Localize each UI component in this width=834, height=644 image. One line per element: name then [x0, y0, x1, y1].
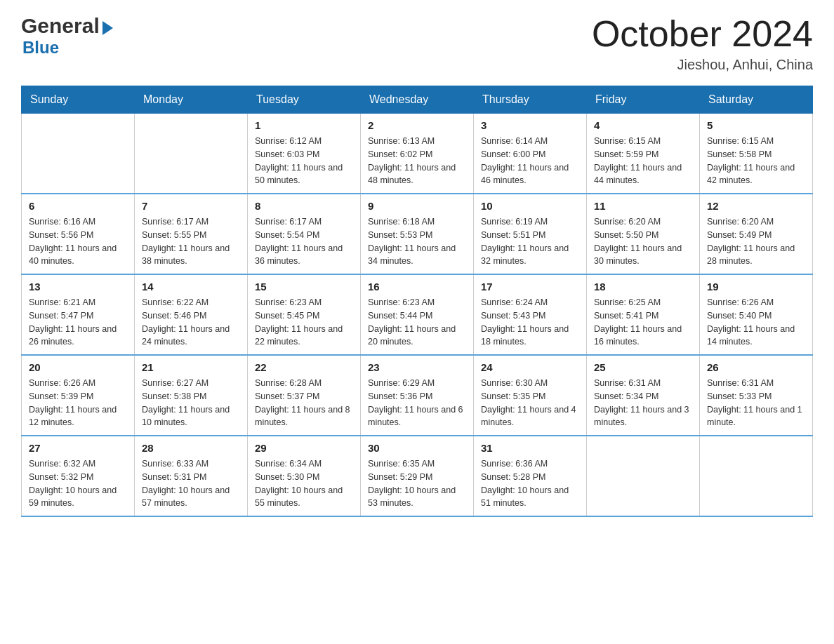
day-number: 7	[142, 200, 240, 212]
day-detail: Sunrise: 6:31 AMSunset: 5:33 PMDaylight:…	[707, 377, 805, 429]
day-of-week-header: Tuesday	[248, 86, 361, 114]
calendar-day-cell: 24Sunrise: 6:30 AMSunset: 5:35 PMDayligh…	[474, 355, 587, 436]
logo-arrow-icon	[102, 21, 113, 35]
calendar-week-row: 27Sunrise: 6:32 AMSunset: 5:32 PMDayligh…	[22, 436, 813, 516]
calendar-day-cell: 18Sunrise: 6:25 AMSunset: 5:41 PMDayligh…	[587, 274, 700, 355]
day-detail: Sunrise: 6:20 AMSunset: 5:49 PMDaylight:…	[707, 215, 805, 268]
day-detail: Sunrise: 6:16 AMSunset: 5:56 PMDaylight:…	[29, 215, 127, 268]
calendar-day-cell: 15Sunrise: 6:23 AMSunset: 5:45 PMDayligh…	[248, 274, 361, 355]
calendar-day-cell: 8Sunrise: 6:17 AMSunset: 5:54 PMDaylight…	[248, 194, 361, 274]
calendar-day-cell: 4Sunrise: 6:15 AMSunset: 5:59 PMDaylight…	[587, 114, 700, 194]
day-detail: Sunrise: 6:18 AMSunset: 5:53 PMDaylight:…	[368, 215, 466, 268]
day-of-week-header: Wednesday	[361, 86, 474, 114]
page-header: General Blue October 2024 Jieshou, Anhui…	[21, 14, 813, 73]
day-number: 3	[481, 119, 579, 131]
day-number: 13	[29, 281, 127, 293]
day-detail: Sunrise: 6:26 AMSunset: 5:39 PMDaylight:…	[29, 377, 127, 429]
location: Jieshou, Anhui, China	[592, 57, 813, 73]
calendar-table: SundayMondayTuesdayWednesdayThursdayFrid…	[21, 86, 813, 517]
day-number: 11	[594, 200, 692, 212]
day-number: 5	[707, 119, 805, 131]
day-detail: Sunrise: 6:22 AMSunset: 5:46 PMDaylight:…	[142, 296, 240, 349]
day-number: 21	[142, 361, 240, 373]
day-number: 2	[368, 119, 466, 131]
day-number: 8	[255, 200, 353, 212]
day-detail: Sunrise: 6:33 AMSunset: 5:31 PMDaylight:…	[142, 457, 240, 510]
day-detail: Sunrise: 6:23 AMSunset: 5:44 PMDaylight:…	[368, 296, 466, 349]
calendar-day-cell: 19Sunrise: 6:26 AMSunset: 5:40 PMDayligh…	[700, 274, 813, 355]
day-detail: Sunrise: 6:20 AMSunset: 5:50 PMDaylight:…	[594, 215, 692, 268]
day-number: 25	[594, 361, 692, 373]
day-detail: Sunrise: 6:36 AMSunset: 5:28 PMDaylight:…	[481, 457, 579, 510]
day-number: 9	[368, 200, 466, 212]
calendar-day-cell: 17Sunrise: 6:24 AMSunset: 5:43 PMDayligh…	[474, 274, 587, 355]
calendar-day-cell: 22Sunrise: 6:28 AMSunset: 5:37 PMDayligh…	[248, 355, 361, 436]
calendar-day-cell: 3Sunrise: 6:14 AMSunset: 6:00 PMDaylight…	[474, 114, 587, 194]
day-detail: Sunrise: 6:28 AMSunset: 5:37 PMDaylight:…	[255, 377, 353, 429]
calendar-day-cell: 23Sunrise: 6:29 AMSunset: 5:36 PMDayligh…	[361, 355, 474, 436]
day-number: 24	[481, 361, 579, 373]
calendar-day-cell: 13Sunrise: 6:21 AMSunset: 5:47 PMDayligh…	[22, 274, 135, 355]
day-detail: Sunrise: 6:15 AMSunset: 5:58 PMDaylight:…	[707, 135, 805, 187]
calendar-day-cell: 7Sunrise: 6:17 AMSunset: 5:55 PMDaylight…	[135, 194, 248, 274]
calendar-day-cell	[22, 114, 135, 194]
day-detail: Sunrise: 6:27 AMSunset: 5:38 PMDaylight:…	[142, 377, 240, 429]
calendar-day-cell: 28Sunrise: 6:33 AMSunset: 5:31 PMDayligh…	[135, 436, 248, 516]
title-block: October 2024 Jieshou, Anhui, China	[592, 14, 813, 73]
calendar-day-cell: 2Sunrise: 6:13 AMSunset: 6:02 PMDaylight…	[361, 114, 474, 194]
calendar-day-cell: 25Sunrise: 6:31 AMSunset: 5:34 PMDayligh…	[587, 355, 700, 436]
day-number: 27	[29, 442, 127, 454]
calendar-week-row: 6Sunrise: 6:16 AMSunset: 5:56 PMDaylight…	[22, 194, 813, 274]
day-number: 1	[255, 119, 353, 131]
calendar-day-cell: 1Sunrise: 6:12 AMSunset: 6:03 PMDaylight…	[248, 114, 361, 194]
day-detail: Sunrise: 6:19 AMSunset: 5:51 PMDaylight:…	[481, 215, 579, 268]
calendar-day-cell: 27Sunrise: 6:32 AMSunset: 5:32 PMDayligh…	[22, 436, 135, 516]
day-number: 26	[707, 361, 805, 373]
day-detail: Sunrise: 6:31 AMSunset: 5:34 PMDaylight:…	[594, 377, 692, 429]
day-number: 30	[368, 442, 466, 454]
calendar-week-row: 13Sunrise: 6:21 AMSunset: 5:47 PMDayligh…	[22, 274, 813, 355]
day-number: 29	[255, 442, 353, 454]
calendar-day-cell: 29Sunrise: 6:34 AMSunset: 5:30 PMDayligh…	[248, 436, 361, 516]
calendar-day-cell: 21Sunrise: 6:27 AMSunset: 5:38 PMDayligh…	[135, 355, 248, 436]
calendar-day-cell: 20Sunrise: 6:26 AMSunset: 5:39 PMDayligh…	[22, 355, 135, 436]
calendar-week-row: 20Sunrise: 6:26 AMSunset: 5:39 PMDayligh…	[22, 355, 813, 436]
calendar-day-cell	[587, 436, 700, 516]
day-number: 4	[594, 119, 692, 131]
calendar-day-cell: 12Sunrise: 6:20 AMSunset: 5:49 PMDayligh…	[700, 194, 813, 274]
logo-blue: Blue	[21, 38, 59, 57]
day-detail: Sunrise: 6:23 AMSunset: 5:45 PMDaylight:…	[255, 296, 353, 349]
calendar-day-cell: 16Sunrise: 6:23 AMSunset: 5:44 PMDayligh…	[361, 274, 474, 355]
day-number: 16	[368, 281, 466, 293]
day-number: 15	[255, 281, 353, 293]
day-detail: Sunrise: 6:24 AMSunset: 5:43 PMDaylight:…	[481, 296, 579, 349]
day-detail: Sunrise: 6:17 AMSunset: 5:54 PMDaylight:…	[255, 215, 353, 268]
day-detail: Sunrise: 6:13 AMSunset: 6:02 PMDaylight:…	[368, 135, 466, 187]
logo-general: General	[21, 14, 100, 38]
calendar-day-cell	[700, 436, 813, 516]
calendar-day-cell: 10Sunrise: 6:19 AMSunset: 5:51 PMDayligh…	[474, 194, 587, 274]
day-detail: Sunrise: 6:26 AMSunset: 5:40 PMDaylight:…	[707, 296, 805, 349]
day-detail: Sunrise: 6:17 AMSunset: 5:55 PMDaylight:…	[142, 215, 240, 268]
day-detail: Sunrise: 6:21 AMSunset: 5:47 PMDaylight:…	[29, 296, 127, 349]
day-detail: Sunrise: 6:34 AMSunset: 5:30 PMDaylight:…	[255, 457, 353, 510]
day-number: 28	[142, 442, 240, 454]
logo: General Blue	[21, 14, 113, 58]
calendar-day-cell: 9Sunrise: 6:18 AMSunset: 5:53 PMDaylight…	[361, 194, 474, 274]
calendar-day-cell: 11Sunrise: 6:20 AMSunset: 5:50 PMDayligh…	[587, 194, 700, 274]
calendar-day-cell: 5Sunrise: 6:15 AMSunset: 5:58 PMDaylight…	[700, 114, 813, 194]
day-detail: Sunrise: 6:30 AMSunset: 5:35 PMDaylight:…	[481, 377, 579, 429]
month-title: October 2024	[592, 14, 813, 54]
day-detail: Sunrise: 6:15 AMSunset: 5:59 PMDaylight:…	[594, 135, 692, 187]
calendar-header-row: SundayMondayTuesdayWednesdayThursdayFrid…	[22, 86, 813, 114]
calendar-week-row: 1Sunrise: 6:12 AMSunset: 6:03 PMDaylight…	[22, 114, 813, 194]
calendar-day-cell	[135, 114, 248, 194]
day-number: 14	[142, 281, 240, 293]
day-number: 6	[29, 200, 127, 212]
day-detail: Sunrise: 6:35 AMSunset: 5:29 PMDaylight:…	[368, 457, 466, 510]
day-number: 18	[594, 281, 692, 293]
day-number: 23	[368, 361, 466, 373]
day-detail: Sunrise: 6:14 AMSunset: 6:00 PMDaylight:…	[481, 135, 579, 187]
day-of-week-header: Monday	[135, 86, 248, 114]
day-detail: Sunrise: 6:12 AMSunset: 6:03 PMDaylight:…	[255, 135, 353, 187]
